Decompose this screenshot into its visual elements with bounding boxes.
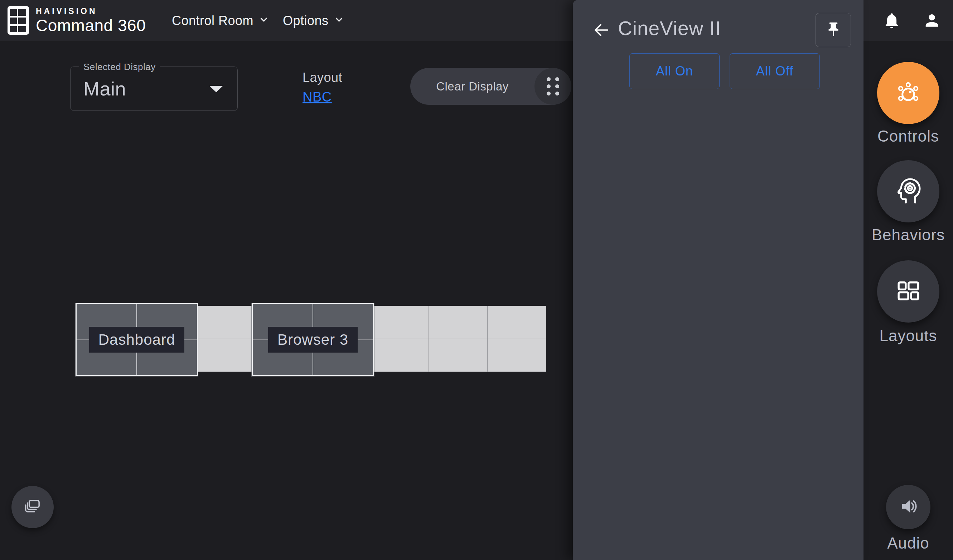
clear-display-button[interactable]: Clear Display: [410, 68, 571, 105]
grid-cell[interactable]: [195, 306, 253, 339]
behaviors-icon: [892, 174, 925, 209]
nav-options[interactable]: Options: [283, 0, 345, 41]
layouts-icon: [893, 275, 924, 308]
sidebar-item-layouts[interactable]: [877, 260, 939, 323]
grid-cell[interactable]: [487, 306, 546, 339]
user-icon[interactable]: [923, 12, 941, 31]
all-off-button[interactable]: All Off: [729, 53, 820, 89]
chevron-down-icon: [258, 13, 269, 28]
all-off-label: All Off: [756, 63, 793, 79]
haivision-logo-icon: [7, 6, 29, 37]
drag-dots-icon[interactable]: [534, 68, 571, 105]
brand: HAIVISION Command 360: [36, 7, 146, 34]
selected-display-value: Main: [84, 77, 126, 100]
sidebar-label-audio: Audio: [863, 534, 953, 552]
sidebar-label-behaviors: Behaviors: [863, 226, 953, 244]
bell-icon[interactable]: [883, 12, 901, 31]
grid-cell[interactable]: [429, 306, 487, 339]
brand-name: HAIVISION: [36, 7, 146, 15]
grid-cell[interactable]: [371, 339, 429, 372]
sidebar-item-audio[interactable]: [886, 485, 930, 529]
grid-cell[interactable]: [371, 306, 429, 339]
clear-display-label: Clear Display: [410, 68, 534, 105]
drag-dots: [547, 77, 559, 96]
pin-button[interactable]: [815, 13, 851, 47]
nav-control-room[interactable]: Control Room: [172, 0, 269, 41]
window-label: Browser 3: [268, 327, 358, 353]
sidebar-item-controls[interactable]: [877, 62, 939, 124]
cineview-panel: CineView II All On All Off: [573, 0, 863, 560]
dropdown-arrow-icon: [210, 86, 223, 92]
pin-icon: [825, 21, 842, 39]
wall-window-browser3[interactable]: Browser 3: [251, 303, 374, 376]
layout-label: Layout: [303, 70, 342, 85]
overview-layers-button[interactable]: [11, 486, 54, 528]
nav-options-label: Options: [283, 13, 329, 28]
all-on-button[interactable]: All On: [629, 53, 720, 89]
window-label: Dashboard: [89, 327, 185, 353]
selected-display-label: Selected Display: [79, 62, 160, 73]
grid-cell[interactable]: [195, 339, 253, 372]
controls-icon: [892, 76, 925, 110]
all-on-label: All On: [656, 63, 693, 79]
chevron-down-icon: [334, 13, 345, 28]
layers-icon: [22, 496, 43, 518]
sidebar-label-controls: Controls: [863, 127, 953, 145]
selected-display-select[interactable]: Selected Display Main: [70, 67, 238, 111]
sidebar-item-behaviors[interactable]: [877, 160, 939, 223]
sidebar-label-layouts: Layouts: [863, 327, 953, 345]
grid-cell[interactable]: [487, 339, 546, 372]
panel-title: CineView II: [618, 17, 721, 40]
nav-control-room-label: Control Room: [172, 13, 253, 28]
layout-link[interactable]: NBC: [303, 90, 332, 105]
brand-product: Command 360: [36, 17, 146, 34]
wall-window-dashboard[interactable]: Dashboard: [76, 303, 198, 376]
grid-cell[interactable]: [429, 339, 487, 372]
audio-icon: [897, 495, 920, 519]
back-arrow-icon[interactable]: [591, 20, 612, 40]
